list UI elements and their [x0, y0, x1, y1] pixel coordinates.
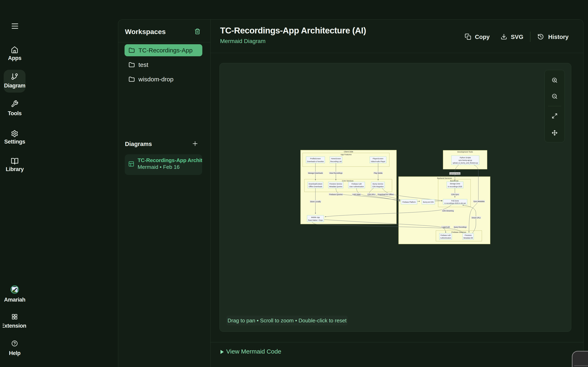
- svg-text:Firebase Auth: Firebase Auth: [352, 183, 362, 185]
- svg-text:Stream URLs: Stream URLs: [472, 217, 481, 219]
- svg-text:DownloadContext: DownloadContext: [309, 183, 322, 185]
- svg-text:CDN URLs: CDN URLs: [367, 193, 375, 196]
- svg-text:Play Media: Play Media: [374, 172, 382, 174]
- svg-text:CDN Sync: CDN Sync: [451, 193, 459, 196]
- svg-text:Video/Audio Player: Video/Audio Player: [371, 160, 385, 162]
- svg-text:Downloads & Favorites: Downloads & Favorites: [307, 160, 324, 162]
- svg-text:CDN Streaming: CDN Streaming: [442, 210, 454, 212]
- svg-text:Firestore Service: Firestore Service: [329, 183, 342, 185]
- svg-text:CDN Integration: CDN Integration: [372, 185, 384, 188]
- svg-text:Sync Metadata: Sync Metadata: [474, 200, 484, 202]
- svg-text:React Native + Expo: React Native + Expo: [308, 219, 323, 221]
- svg-text:Storage Zone: Storage Zone: [450, 183, 460, 185]
- svg-text:Firebase Platform: Firebase Platform: [402, 201, 416, 203]
- svg-text:Auth State: Auth State: [352, 193, 361, 196]
- svg-text:Metadata Queries: Metadata Queries: [329, 185, 342, 188]
- svg-text:Mobile App: Mobile App: [311, 216, 320, 218]
- svg-text:tc-recordings-2025.b-cdn.net: tc-recordings-2025.b-cdn.net: [444, 202, 466, 204]
- svg-text:Download for Offline: Download for Offline: [378, 193, 394, 196]
- svg-text:Pull Zone: Pull Zone: [451, 200, 459, 202]
- svg-text:Client Side: Client Side: [344, 151, 353, 153]
- svg-text:Manage Downloads: Manage Downloads: [308, 172, 323, 174]
- svg-text:Core Services: Core Services: [342, 180, 354, 182]
- svg-text:Firebase Queries: Firebase Queries: [329, 193, 343, 196]
- svg-text:Firebase Auth: Firebase Auth: [441, 234, 451, 236]
- svg-text:Bunny.net CDN: Bunny.net CDN: [423, 201, 434, 203]
- svg-text:View Recordings: View Recordings: [329, 172, 342, 174]
- svg-text:sync-bunny-api.py: sync-bunny-api.py: [458, 159, 472, 161]
- svg-text:upload_to_bunny_and_firestore.: upload_to_bunny_and_firestore.py: [453, 162, 478, 164]
- svg-text:App Features: App Features: [341, 154, 352, 156]
- svg-text:Offline Downloads: Offline Downloads: [309, 185, 322, 188]
- svg-text:Query Recordings: Query Recordings: [454, 226, 467, 228]
- svg-text:PlayerScreen: PlayerScreen: [373, 158, 383, 160]
- svg-text:Recording List: Recording List: [330, 160, 342, 162]
- svg-text:Store Locally: Store Locally: [310, 201, 321, 203]
- svg-text:Bunny Service: Bunny Service: [373, 183, 383, 185]
- svg-text:Development Tools: Development Tools: [457, 151, 473, 153]
- svg-text:HomeScreen: HomeScreen: [331, 158, 341, 160]
- svg-text:Firestore: Firestore: [465, 234, 472, 236]
- svg-text:Backend Services: Backend Services: [437, 177, 452, 179]
- svg-text:Python Scripts: Python Scripts: [460, 157, 471, 159]
- svg-text:ProfileScreen: ProfileScreen: [310, 158, 321, 160]
- svg-text:Firebase Services: Firebase Services: [451, 231, 466, 233]
- svg-text:Login/Auth: Login/Auth: [442, 226, 450, 228]
- svg-text:Authentication: Authentication: [440, 237, 451, 239]
- svg-text:User Authentication: User Authentication: [349, 185, 364, 188]
- svg-text:tc-recordings-2025: tc-recordings-2025: [448, 185, 462, 188]
- svg-text:Upload Media: Upload Media: [450, 173, 460, 175]
- svg-text:Metadata DB: Metadata DB: [463, 237, 473, 239]
